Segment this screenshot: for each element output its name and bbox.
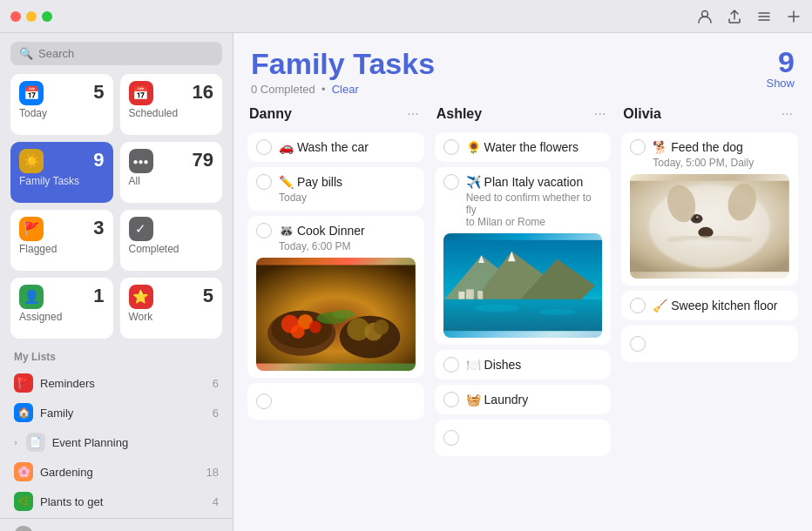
today-count: 5 (93, 81, 104, 104)
smart-list-scheduled[interactable]: 📅 16 Scheduled (120, 74, 223, 135)
smart-lists: 📅 5 Today 📅 16 Scheduled ☀️ 9 Family (0, 74, 233, 346)
my-lists-section-title: My Lists (0, 346, 233, 366)
share-icon[interactable] (727, 9, 742, 24)
event-planning-icon: 📄 (26, 433, 45, 452)
pay-bills-text: ✏️ Pay bills (279, 175, 416, 189)
gardening-count: 18 (206, 466, 219, 479)
task-cook-dinner[interactable]: 🦝 Cook Dinner Today, 6:00 PM (247, 216, 424, 378)
smart-list-today[interactable]: 📅 5 Today (10, 74, 113, 135)
sidebar: 🔍 📅 5 Today 📅 16 Scheduled (0, 33, 233, 531)
svg-point-11 (309, 321, 321, 333)
task-dishes[interactable]: 🍽️ Dishes (435, 350, 612, 380)
today-label: Today (19, 107, 105, 119)
reminders-count: 6 (213, 377, 219, 390)
wash-car-text: 🚗 Wash the car (279, 140, 416, 154)
sweep-kitchen-checkbox[interactable] (630, 298, 646, 313)
add-list-button[interactable]: + Add List (0, 518, 233, 531)
smart-list-completed[interactable]: ✓ Completed (120, 210, 223, 271)
dishes-text: 🍽️ Dishes (466, 358, 603, 372)
task-laundry[interactable]: 🧺 Laundry (435, 385, 612, 414)
all-count: 79 (193, 149, 213, 171)
mountain-image (443, 233, 603, 338)
content-area: Family Tasks 0 Completed • Clear 9 Show … (233, 33, 812, 531)
scheduled-icon: 📅 (129, 81, 153, 105)
svg-point-18 (332, 310, 355, 319)
family-label: Family (40, 407, 206, 420)
family-tasks-icon: ☀️ (19, 149, 44, 173)
cook-dinner-checkbox[interactable] (256, 223, 272, 239)
sweep-kitchen-text: 🧹 Sweep kitchen floor (653, 299, 789, 313)
list-item-event-planning[interactable]: › 📄 Event Planning (7, 427, 226, 457)
ashley-more-icon[interactable]: ··· (591, 104, 609, 124)
water-flowers-checkbox[interactable] (443, 139, 459, 155)
smart-list-flagged[interactable]: 🚩 3 Flagged (10, 210, 113, 271)
fullscreen-button[interactable] (42, 11, 52, 22)
list-items: 🚩 Reminders 6 🏠 Family 6 › 📄 Event Plann… (0, 366, 233, 518)
family-icon: 🏠 (14, 403, 33, 422)
columns-area: Danny ··· 🚗 Wash the car ✏️ Pay bills To… (233, 104, 812, 531)
search-icon: 🔍 (19, 47, 33, 60)
plants-label: Plants to get (40, 495, 206, 508)
all-icon: ●●● (129, 149, 153, 173)
ashley-empty-checkbox[interactable] (443, 430, 459, 446)
plan-italy-subtitle: Need to confirm whether to fly to Milan … (443, 192, 603, 228)
smart-list-assigned[interactable]: 👤 1 Assigned (10, 278, 113, 339)
all-label: All (129, 175, 214, 187)
task-pay-bills[interactable]: ✏️ Pay bills Today (247, 167, 424, 211)
titlebar (0, 0, 812, 33)
pay-bills-checkbox[interactable] (256, 174, 272, 190)
reminders-icon: 🚩 (14, 373, 33, 393)
olivia-empty-checkbox[interactable] (630, 336, 646, 352)
minimize-button[interactable] (26, 11, 37, 22)
list-item-plants[interactable]: 🌿 Plants to get 4 (7, 487, 226, 516)
danny-title: Danny (249, 106, 292, 122)
svg-rect-25 (443, 299, 603, 332)
assigned-count: 1 (93, 285, 104, 307)
close-button[interactable] (10, 11, 21, 22)
list-item-reminders[interactable]: 🚩 Reminders 6 (7, 368, 226, 398)
feed-dog-checkbox[interactable] (630, 139, 646, 155)
titlebar-actions (697, 9, 802, 24)
smart-list-work[interactable]: ⭐ 5 Work (120, 278, 223, 339)
olivia-more-icon[interactable]: ··· (778, 104, 796, 124)
assigned-icon: 👤 (19, 285, 44, 309)
danny-column-header: Danny ··· (247, 104, 424, 127)
search-input[interactable] (38, 47, 213, 60)
dishes-checkbox[interactable] (443, 357, 459, 373)
list-item-gardening[interactable]: 🌸 Gardening 18 (7, 457, 226, 487)
laundry-checkbox[interactable] (443, 392, 459, 407)
feed-dog-subtitle: Today, 5:00 PM, Daily (630, 157, 789, 169)
danny-empty-checkbox[interactable] (256, 393, 272, 409)
main-layout: 🔍 📅 5 Today 📅 16 Scheduled (0, 33, 812, 531)
olivia-empty-card (621, 326, 798, 362)
task-water-flowers[interactable]: 🌻 Water the flowers (435, 132, 612, 162)
list-item-family[interactable]: 🏠 Family 6 (7, 398, 226, 427)
svg-point-12 (291, 325, 305, 339)
svg-point-27 (538, 309, 575, 315)
svg-point-37 (702, 230, 707, 232)
work-count: 5 (203, 285, 213, 307)
person-icon[interactable] (697, 9, 713, 24)
show-label[interactable]: Show (766, 77, 795, 90)
search-bar[interactable]: 🔍 (10, 42, 222, 65)
plus-icon[interactable] (786, 9, 802, 24)
svg-point-16 (374, 319, 389, 334)
task-feed-dog[interactable]: 🐕 Feed the dog Today, 5:00 PM, Daily (621, 132, 798, 286)
plan-italy-checkbox[interactable] (443, 174, 459, 190)
laundry-text: 🧺 Laundry (466, 393, 603, 407)
task-wash-car[interactable]: 🚗 Wash the car (247, 132, 424, 162)
list-icon[interactable] (756, 9, 772, 24)
task-plan-italy[interactable]: ✈️ Plan Italy vacation Need to confirm w… (435, 167, 612, 345)
smart-list-all[interactable]: ●●● 79 All (120, 142, 223, 203)
danny-more-icon[interactable]: ··· (403, 104, 422, 124)
work-label: Work (129, 311, 214, 323)
wash-car-checkbox[interactable] (256, 139, 272, 155)
olivia-column-header: Olivia ··· (621, 104, 798, 127)
svg-point-35 (696, 216, 699, 218)
today-icon: 📅 (19, 81, 44, 105)
clear-link[interactable]: Clear (332, 83, 359, 96)
smart-list-family-tasks[interactable]: ☀️ 9 Family Tasks (10, 142, 113, 203)
svg-rect-30 (477, 291, 483, 299)
task-sweep-kitchen[interactable]: 🧹 Sweep kitchen floor (621, 291, 798, 320)
family-tasks-count: 9 (93, 149, 104, 171)
